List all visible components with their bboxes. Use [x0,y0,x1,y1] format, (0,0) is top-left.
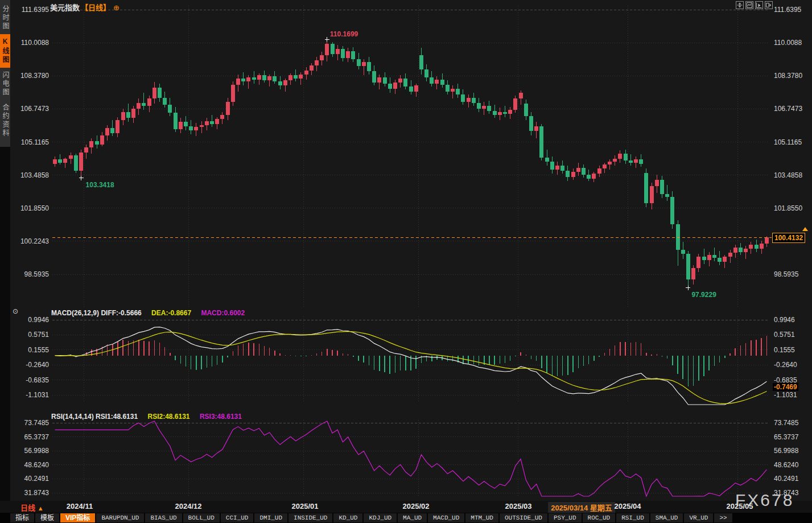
toolbar-item-sma[interactable]: SMA_UD [650,513,683,522]
y-axis-label: 48.6240 [14,461,49,469]
y-axis-label: 106.7473 [774,105,810,113]
toolbar-item-more[interactable]: >> [714,513,732,522]
sidebar-tab-time-chart[interactable]: 分时图 [0,2,10,34]
toolbar-item-psy[interactable]: PSY_UD [549,513,582,522]
y-axis-label: -0.2640 [774,361,810,369]
y-axis-label: 65.3737 [774,433,810,441]
toolbar-item-kdj[interactable]: KDJ_UD [364,513,397,522]
panel-collapse-icon[interactable]: ⊙ [13,307,18,315]
y-axis-label: 0.9946 [774,316,810,324]
y-axis-label: 108.3780 [774,72,810,80]
y-axis-label: 73.7485 [774,419,810,427]
rsi-title: RSI(14,14,14) RSI1:48.6131 [51,413,138,421]
toolbar-item-macd[interactable]: MACD_UD [428,513,464,522]
sidebar-tabs: 分时图K线图闪电图合约资料 [0,0,10,147]
y-axis-label: 108.3780 [14,72,49,80]
y-axis-label: 106.7473 [14,105,49,113]
indicator-toolbar: 指标模板VIP指标BARUPDN_UDBIAS_UDBOLL_UDCCI_UDD… [0,513,812,523]
watermark: FX678 [735,491,794,510]
chart-title: 美元指数【日线】⊕ [50,2,119,13]
macd-header: MACD(26,12,9) DIFF:-0.5666 DEA:-0.8667 M… [51,309,245,317]
y-axis-label: 0.5751 [14,331,49,339]
y-axis-label: 0.1555 [14,346,49,354]
y-axis-label: 110.0088 [14,39,49,47]
candlestick-canvas[interactable] [0,0,812,523]
window-controls [736,1,773,9]
add-overlay-icon[interactable]: ⊕ [113,3,119,12]
price-up-arrow-icon [802,227,808,231]
toolbar-item-ma[interactable]: MA_UD [398,513,427,522]
sidebar-tab-contract-info[interactable]: 合约资料 [0,100,10,141]
y-axis-label: 31.8743 [14,489,49,497]
y-axis-label: 56.9988 [774,447,810,455]
rsi-header: RSI(14,14,14) RSI1:48.6131 RSI2:48.6131 … [51,413,242,421]
x-axis-label: 2025/02 [403,502,430,510]
x-axis-label: 2025/03 [505,502,532,510]
y-axis-label: 105.1165 [14,138,49,146]
toolbar-item-vip-indicators[interactable]: VIP指标 [60,513,95,522]
x-axis-label: 2025/04 [615,502,641,510]
kline-window-icon[interactable] [745,1,753,9]
y-axis-label: -1.1031 [14,391,49,399]
low-price-annotation-nov: 103.3418 [86,181,114,189]
rsi2-value: RSI2:48.6131 [147,413,189,421]
toolbar-item-indicators[interactable]: 指标 [10,513,34,522]
toolbar-item-barupdn[interactable]: BARUPDN_UD [96,513,144,522]
low-price-annotation-apr: 97.9229 [691,291,716,299]
sidebar-tab-kline-chart[interactable]: K线图 [0,34,10,68]
sidebar-tab-flash-chart[interactable]: 闪电图 [0,68,10,100]
y-axis-label: -0.2640 [14,361,49,369]
crosshair-move-icon[interactable] [736,1,744,9]
toolbar-item-vr[interactable]: VR_UD [684,513,713,522]
x-axis-label: 2025/01 [292,502,319,510]
macd-title: MACD(26,12,9) DIFF:-0.5666 [51,309,142,317]
period-arrow-icon: ▲ [38,505,44,512]
y-axis-label: 103.4858 [14,171,49,179]
y-axis-label: 56.9988 [14,447,49,455]
playback-window-icon[interactable] [755,1,763,9]
toolbar-item-boll[interactable]: BOLL_UD [183,513,220,522]
x-axis-label: 2024/11 [67,502,93,510]
y-axis-label: 100.2243 [14,237,49,245]
toolbar-item-mtm[interactable]: MTM_UD [465,513,498,522]
macd-dea-value: DEA:-0.8667 [151,309,191,317]
y-axis-label: 101.8550 [774,204,810,212]
x-axis-label: 2024/12 [175,502,202,510]
toolbar-item-rsi[interactable]: RSI_UD [616,513,649,522]
current-price-tag: 100.4132 [772,233,805,243]
toolbar-item-templates[interactable]: 模板 [35,513,59,522]
trading-app: 分时图K线图闪电图合约资料 美元指数【日线】⊕ ⊙ MACD(26,12,9) … [0,0,812,523]
y-axis-label: 48.6240 [774,461,810,469]
symbol-name: 美元指数 [50,3,80,12]
y-axis-label: 65.3737 [14,433,49,441]
y-axis-label: 105.1165 [774,138,810,146]
y-axis-label: 40.2491 [774,475,810,483]
toolbar-item-inside[interactable]: INSIDE_UD [288,513,332,522]
y-axis-label: 101.8550 [14,204,49,212]
toolbar-item-kd[interactable]: KD_UD [333,513,362,522]
toolbar-item-roc[interactable]: ROC_UD [583,513,616,522]
toolbar-item-outside[interactable]: OUTSIDE_UD [500,513,547,522]
y-axis-label: 110.0088 [774,39,810,47]
sidebar: 分时图K线图闪电图合约资料 [0,0,10,501]
y-axis-label: 0.1555 [774,346,810,354]
y-axis-label: 98.5935 [774,270,810,278]
macd-current-tag: -0.7469 [773,383,798,391]
toolbar-item-cci[interactable]: CCI_UD [221,513,254,522]
date-axis: 日线 ▲ 2024/112024/122025/012025/022025/03… [0,501,812,513]
y-axis-label: 103.4858 [774,171,810,179]
y-axis-label: 0.9946 [14,316,49,324]
y-axis-label: 98.5935 [14,270,49,278]
y-axis-label: 111.6395 [14,6,49,14]
y-axis-label: 73.7485 [14,419,49,427]
toolbar-item-dmi[interactable]: DMI_UD [254,513,287,522]
y-axis-label: 40.2491 [14,475,49,483]
interval-tag: 【日线】 [81,3,110,12]
toolbar-item-bias[interactable]: BIAS_UD [145,513,182,522]
y-axis-label: 111.6395 [774,6,810,14]
exit-window-icon[interactable] [765,1,773,9]
period-selector[interactable]: 日线 ▲ [20,502,44,513]
y-axis-label: -0.6835 [14,376,49,384]
x-axis-label-selected: 2025/03/14 星期五 [548,502,615,513]
y-axis-label: 0.5751 [774,331,810,339]
